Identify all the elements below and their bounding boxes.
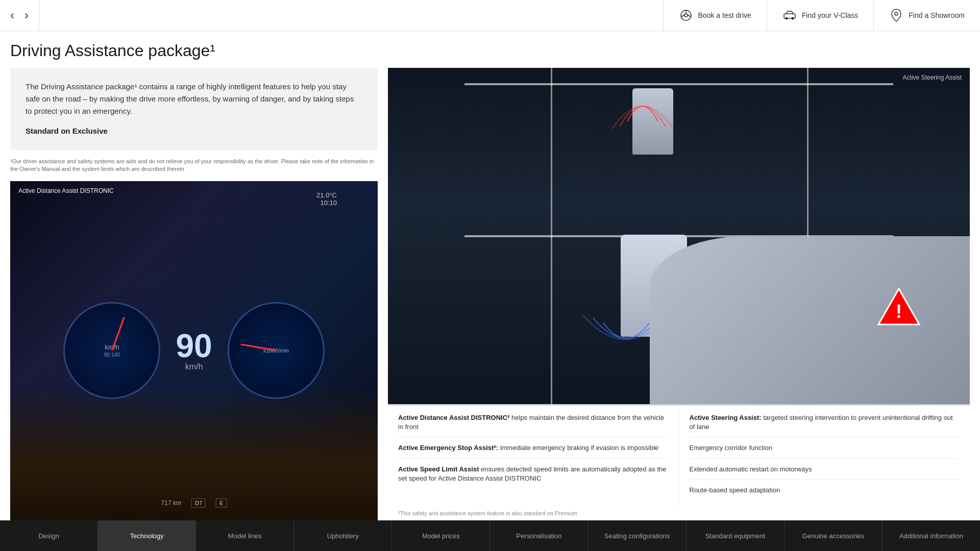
features-col-right: Active Steering Assist: targeted steerin… xyxy=(679,406,970,508)
nav-design[interactable]: Design xyxy=(0,520,98,551)
nav-personalisation[interactable]: Personalisation xyxy=(490,520,588,551)
svg-text:!: ! xyxy=(896,301,902,322)
feature-item-2: Active Emergency Stop Assist²: immediate… xyxy=(398,443,669,458)
feature-4-title: Active Steering Assist: xyxy=(690,414,762,421)
feature-item-5: Emergency corridor function xyxy=(690,443,960,458)
features-table: Active Distance Assist DISTRONIC² helps … xyxy=(388,405,970,508)
next-button[interactable]: › xyxy=(24,8,29,22)
gear-display: D7 xyxy=(191,498,206,508)
radar-waves-red xyxy=(592,81,694,132)
page-title: Driving Assistance package¹ xyxy=(10,31,970,68)
time-display: 10:10 xyxy=(316,199,337,207)
warning-triangle-icon: ! xyxy=(876,286,922,327)
rpm-gauge: x1000/min xyxy=(228,302,325,399)
right-column: Active Steering Assist xyxy=(388,68,970,520)
nav-genuine-accessories[interactable]: Genuine accessories xyxy=(785,520,883,551)
dashboard-visualization: 21.0°C 10:10 km/h 80 140 xyxy=(10,181,378,520)
feature-1-title: Active Distance Assist DISTRONIC² xyxy=(398,414,509,421)
center-speed: 90 km/h xyxy=(176,330,212,371)
footnote-text: ¹Our driver assistance and safety system… xyxy=(10,155,378,176)
dashboard-image-block: Active Distance Assist DISTRONIC 21.0°C … xyxy=(10,181,378,520)
steering-assist-image: Active Steering Assist xyxy=(388,68,970,404)
nav-standard-equipment[interactable]: Standard equipment xyxy=(687,520,785,551)
dashboard-image-label: Active Distance Assist DISTRONIC xyxy=(18,187,114,194)
features-footnote: ²This safety and assistance system featu… xyxy=(388,508,970,520)
speed-display: km/h 80 140 xyxy=(104,343,120,358)
feature-6-text: Extended automatic restart on motorways xyxy=(690,465,812,473)
car-icon xyxy=(782,8,797,22)
nav-actions: Book a test drive Find your V-Class Fi xyxy=(663,0,980,31)
nav-seating[interactable]: Seating configurations xyxy=(589,520,687,551)
main-content: Driving Assistance package¹ The Driving … xyxy=(0,31,980,520)
steering-wheel-icon xyxy=(679,8,693,22)
nav-model-lines[interactable]: Model lines xyxy=(196,520,294,551)
feature-item-7: Route-based speed adaptation xyxy=(690,486,960,500)
temp-time-display: 21.0°C 10:10 xyxy=(316,191,337,207)
feature-5-text: Emergency corridor function xyxy=(690,444,773,452)
feature-7-text: Route-based speed adaptation xyxy=(690,486,780,494)
svg-line-4 xyxy=(688,15,691,17)
prev-button[interactable]: ‹ xyxy=(10,8,14,22)
feature-3-title: Active Speed Limit Assist xyxy=(398,465,479,473)
feature-item-1: Active Distance Assist DISTRONIC² helps … xyxy=(398,413,669,437)
feature-item-3: Active Speed Limit Assist ensures detect… xyxy=(398,465,669,488)
side-mirror: ! xyxy=(650,236,970,405)
standard-on-text: Standard on Exclusive xyxy=(26,125,362,137)
feature-item-4: Active Steering Assist: targeted steerin… xyxy=(690,413,960,437)
book-test-drive-label: Book a test drive xyxy=(698,11,751,19)
lane-line-left xyxy=(551,68,552,404)
top-navigation: ‹ › Book a test drive xyxy=(0,0,980,31)
svg-point-6 xyxy=(785,17,788,20)
find-showroom-button[interactable]: Find a Showroom xyxy=(873,0,980,31)
svg-point-1 xyxy=(684,14,688,17)
description-text: The Driving Assistance package¹ contains… xyxy=(26,81,362,117)
location-icon xyxy=(889,8,903,22)
bottom-navigation: Design Technology Model lines Upholstery… xyxy=(0,520,980,551)
feature-item-6: Extended automatic restart on motorways xyxy=(690,465,960,480)
distance-display: 717 km xyxy=(161,499,181,507)
svg-point-8 xyxy=(895,12,898,15)
find-v-class-button[interactable]: Find your V-Class xyxy=(767,0,873,31)
speedometer-gauge: km/h 80 140 xyxy=(63,302,160,399)
feature-2-text: immediate emergency braking if evasion i… xyxy=(498,444,658,452)
find-showroom-label: Find a Showroom xyxy=(909,11,965,19)
nav-technology[interactable]: Technology xyxy=(98,520,196,551)
nav-arrows: ‹ › xyxy=(0,0,39,31)
nav-additional-info[interactable]: Additional information xyxy=(883,520,980,551)
book-test-drive-button[interactable]: Book a test drive xyxy=(663,0,767,31)
status-bar: 717 km D7 E xyxy=(161,498,227,508)
gauge-container: km/h 80 140 90 km/h xyxy=(63,302,324,399)
svg-line-3 xyxy=(681,15,684,17)
speed-number: 90 xyxy=(176,330,212,362)
svg-point-7 xyxy=(791,17,794,20)
feature-2-title: Active Emergency Stop Assist²: xyxy=(398,444,498,452)
mode-display: E xyxy=(216,498,227,508)
nav-model-prices[interactable]: Model prices xyxy=(392,520,490,551)
left-column: The Driving Assistance package¹ contains… xyxy=(10,68,378,520)
nav-upholstery[interactable]: Upholstery xyxy=(294,520,392,551)
temperature-display: 21.0°C xyxy=(316,191,337,199)
features-col-left: Active Distance Assist DISTRONIC² helps … xyxy=(388,406,679,508)
features-section: Active Distance Assist DISTRONIC² helps … xyxy=(388,404,970,520)
content-area: The Driving Assistance package¹ contains… xyxy=(10,68,970,520)
car-scene: ! xyxy=(388,68,970,404)
steering-assist-label: Active Steering Assist xyxy=(903,74,962,81)
description-block: The Driving Assistance package¹ contains… xyxy=(10,68,378,150)
find-v-class-label: Find your V-Class xyxy=(802,11,858,19)
